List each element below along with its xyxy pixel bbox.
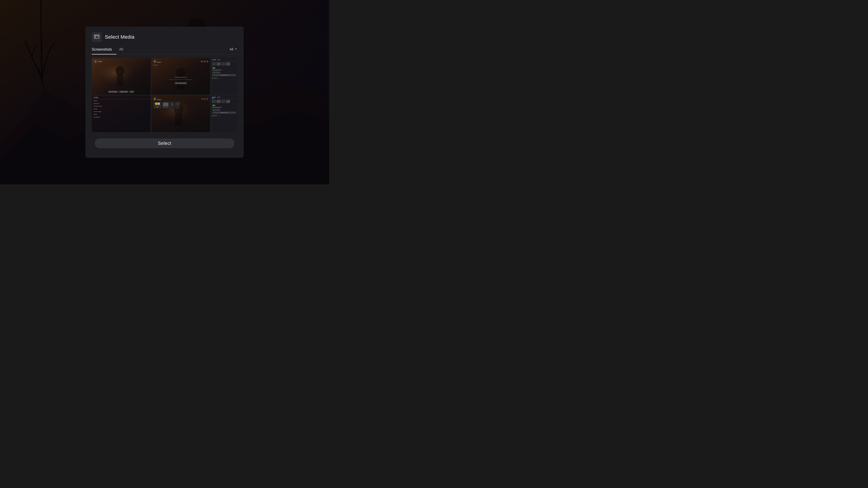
ss4-label-name: Name: [94, 100, 97, 101]
ss3-thumb-3: [221, 62, 225, 66]
ss3-thumb-4: [226, 62, 230, 66]
ss4-item-languages: Languages: [94, 116, 149, 118]
screenshot-item-4[interactable]: Profile Name Online ID Profile Picture A…: [92, 96, 151, 132]
ss6-notif-dot: [212, 97, 213, 99]
svg-rect-11: [117, 75, 123, 86]
screenshot-item-5[interactable]: Megan: [151, 96, 210, 132]
ss3-game-thumbs: [211, 61, 237, 66]
ss1-username: Megan: [98, 61, 102, 62]
ss1-action-buttons: Remove Image Change Image Done: [108, 91, 134, 93]
ss5-cards: Trophies earned #15 Most played Games 30: [151, 101, 210, 109]
ss4-label-languages: Languages: [94, 116, 100, 118]
svg-rect-6: [97, 35, 99, 37]
ss5-mostplayed-card: Most played: [162, 102, 169, 108]
ss4-label-onlineid: Online ID: [94, 103, 99, 104]
ss6-activity-section: New New activity avail... last activity:…: [211, 104, 237, 111]
ss3-footer-icon-2: [214, 77, 215, 79]
ss3-return-btn: Return to Game: [212, 74, 236, 76]
ss5-friends-label: Friends: [176, 103, 179, 104]
ss4-label-coverimage: Cover Image: [94, 111, 101, 112]
tab-screenshots[interactable]: Screenshots: [92, 46, 116, 54]
ss5-trophy-icons: [155, 103, 160, 105]
screenshot-3-content: Games Media New New activity avail...: [211, 58, 237, 95]
ss6-tabs: Games Media: [211, 96, 237, 99]
screenshot-item-3[interactable]: Games Media New New activity avail...: [211, 58, 237, 95]
screenshot-item-6[interactable]: Games Media New New activity avail...: [211, 96, 237, 132]
ss5-top-icons: [202, 98, 208, 100]
screenshot-item-2[interactable]: Megan Shared Nothing shared yet: [151, 58, 210, 95]
ss6-activity-link: New Activity Details: [212, 109, 236, 110]
modal-title: Select Media: [105, 34, 134, 40]
svg-rect-5: [95, 35, 96, 37]
ss4-header: Profile: [92, 96, 151, 99]
ss3-media-tab: Media: [217, 59, 220, 60]
ss2-sub-text: Media you've shared publicly will appear…: [169, 79, 192, 80]
ss5-gold-trophy: [155, 103, 157, 105]
screenshot-4-content: Profile Name Online ID Profile Picture A…: [92, 96, 151, 132]
ss5-games-label: Games: [170, 103, 174, 104]
ss5-trophies-val: #15: [156, 106, 158, 108]
ss4-menu-list: Name Online ID Profile Picture Avatar Co: [92, 99, 151, 119]
ss4-item-avatar: Avatar: [94, 108, 149, 109]
ss4-label-about: About: [94, 113, 97, 115]
screenshot-6-content: Games Media New New activity avail...: [211, 96, 237, 132]
ss4-item-about: About: [94, 113, 149, 115]
ss2-gallery-btn: Go to Media Gallery: [175, 82, 187, 84]
all-dropdown[interactable]: All ▼: [229, 47, 237, 53]
ss4-item-name: Name: [94, 100, 149, 101]
select-media-modal: Select Media Screenshots All All ▼: [86, 27, 244, 158]
screenshot-2-content: Megan Shared Nothing shared yet: [151, 58, 210, 95]
ss6-footer-icon-2: [214, 115, 215, 116]
svg-point-16: [154, 61, 155, 62]
ss5-top-icon-1: [202, 98, 203, 100]
ss3-new-badge: New: [212, 67, 215, 69]
tabs-row: Screenshots All All ▼: [86, 46, 244, 55]
ss5-trophies-card: Trophies earned #15: [153, 102, 162, 108]
ss2-empty-state: Nothing shared yet Media you've shared p…: [151, 66, 210, 95]
ss6-new-badge: New: [212, 105, 215, 106]
ss2-action-icons: [201, 61, 208, 62]
ss4-label-avatar: Avatar: [94, 108, 97, 109]
ss5-friends-val: 8: [177, 104, 178, 105]
screenshot-item-1[interactable]: Megan Remove Image Change Image Done: [92, 58, 151, 95]
ss6-footer: Trophies: [211, 114, 237, 117]
ss5-friends-card: Friends 8: [175, 102, 180, 108]
ss3-footer: Trophies: [211, 77, 237, 79]
tab-all[interactable]: All: [119, 46, 128, 54]
ss4-item-profilepicture: Profile Picture: [94, 105, 149, 107]
modal-header: Select Media: [86, 27, 244, 46]
ss1-remove-btn: Remove Image: [108, 91, 118, 93]
svg-rect-19: [175, 114, 182, 126]
ss4-item-coverimage: Cover Image: [94, 111, 149, 112]
svg-point-12: [95, 61, 96, 62]
ss6-thumb-2: [217, 100, 221, 103]
ss5-game-thumb: [163, 103, 168, 106]
svg-point-10: [116, 66, 124, 76]
ss5-username: Megan: [157, 99, 161, 100]
ss1-avatar: [94, 60, 97, 63]
ss6-return-btn: Return to Game: [212, 111, 236, 113]
ss6-game-thumbs: [211, 99, 237, 104]
ss5-top-icon-2: [204, 98, 206, 100]
select-button[interactable]: Select: [95, 138, 235, 148]
ss3-trophies-label: Trophies: [217, 78, 221, 79]
ss3-activity-section: New New activity avail... last activity:…: [211, 66, 237, 73]
ss6-thumb-3: [221, 100, 225, 103]
svg-rect-7: [95, 37, 96, 38]
ss2-nothing-text: Nothing shared yet: [175, 76, 186, 78]
ss3-footer-icon-3: [215, 77, 217, 79]
ss5-games-card: Games 30: [170, 102, 175, 108]
ss5-trophies-label: Trophies earned: [154, 105, 161, 106]
ss3-footer-icon-1: [212, 77, 213, 79]
modal-overlay: Select Media Screenshots All All ▼: [0, 0, 329, 184]
screenshot-5-content: Megan: [151, 96, 210, 132]
ss1-done-btn: Done: [129, 91, 134, 93]
ss6-footer-icon-3: [215, 115, 217, 116]
svg-point-20: [154, 98, 155, 99]
screenshot-1-content: Megan Remove Image Change Image Done: [92, 58, 151, 95]
screenshot-grid: Megan Remove Image Change Image Done: [86, 55, 244, 136]
ss6-footer-icon-1: [212, 115, 213, 116]
ss4-item-onlineid: Online ID: [94, 103, 149, 104]
ss3-thumb-2: [217, 62, 221, 66]
ss2-icon-3: [206, 61, 208, 62]
